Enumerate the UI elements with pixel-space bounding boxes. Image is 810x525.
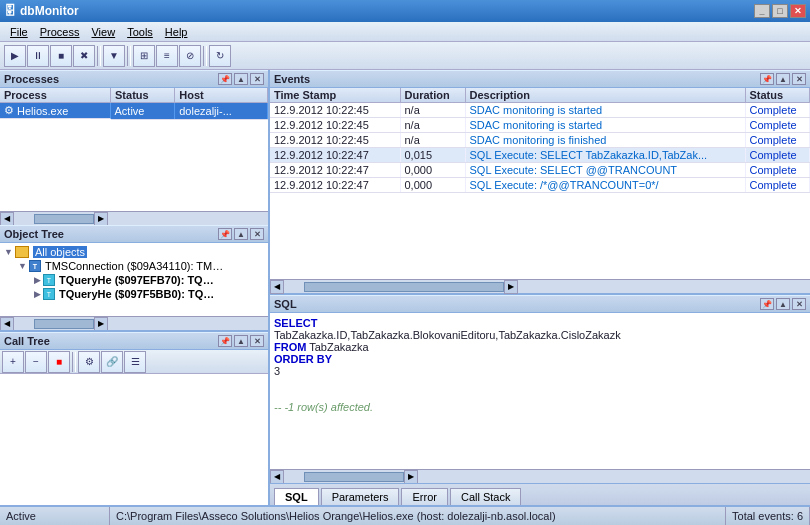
events-close-btn[interactable]: ✕ [792, 73, 806, 85]
title-bar-controls: _ □ ✕ [754, 4, 806, 18]
toolbar-sep2 [127, 46, 131, 66]
sql-tab-parameters[interactable]: Parameters [321, 488, 400, 505]
status-bar: Active C:\Program Files\Asseco Solutions… [0, 505, 810, 525]
call-tree-float-btn[interactable]: ▲ [234, 335, 248, 347]
toolbar-play-btn[interactable]: ▶ [4, 45, 26, 67]
ct-link-btn[interactable]: 🔗 [101, 351, 123, 373]
sql-line1: SELECT [274, 317, 806, 329]
call-tree-pin-btn[interactable]: 📌 [218, 335, 232, 347]
sql-line2: TabZakazka.ID,TabZakazka.BlokovaniEditor… [274, 329, 806, 341]
folder-icon [15, 246, 29, 258]
events-hscroll[interactable]: ◀ ▶ [270, 279, 810, 293]
event-status: Complete [745, 163, 810, 178]
processes-pin-btn[interactable]: 📌 [218, 73, 232, 85]
toolbar-cols-btn[interactable]: ≡ [156, 45, 178, 67]
toolbar-sep3 [203, 46, 207, 66]
object-tree-close-btn[interactable]: ✕ [250, 228, 264, 240]
processes-hscroll[interactable]: ◀ ▶ [0, 211, 268, 225]
toolbar-stop-btn[interactable]: ■ [50, 45, 72, 67]
menu-process[interactable]: Process [34, 25, 86, 39]
events-pin-btn[interactable]: 📌 [760, 73, 774, 85]
status-active: Active [0, 507, 110, 525]
left-panel: Processes 📌 ▲ ✕ Process Status Host [0, 70, 270, 505]
events-scroll-left[interactable]: ◀ [270, 280, 284, 294]
sql-line8: -- -1 row(s) affected. [274, 401, 806, 413]
tree-scroll-left[interactable]: ◀ [0, 317, 14, 331]
tree-item-all-objects[interactable]: ▼ All objects [2, 245, 266, 259]
events-scroll-right[interactable]: ▶ [504, 280, 518, 294]
scroll-right-arrow[interactable]: ▶ [94, 212, 108, 226]
toolbar-refresh-btn[interactable]: ↻ [209, 45, 231, 67]
event-row[interactable]: 12.9.2012 10:22:47 0,000 SQL Execute: SE… [270, 163, 810, 178]
object-tree-hscroll[interactable]: ◀ ▶ [0, 316, 268, 330]
minimize-button[interactable]: _ [754, 4, 770, 18]
menu-tools[interactable]: Tools [121, 25, 159, 39]
process-row[interactable]: ⚙ Helios.exe Active dolezalji-... [0, 103, 268, 120]
sql-header-controls: 📌 ▲ ✕ [760, 298, 806, 310]
toolbar-disconnect-btn[interactable]: ✖ [73, 45, 95, 67]
toolbar-filter-btn[interactable]: ▼ [103, 45, 125, 67]
object-tree-content: ▼ All objects ▼ T TMSConnection ($09A341… [0, 243, 268, 316]
object-tree-panel: Object Tree 📌 ▲ ✕ ▼ All objects ▼ T [0, 225, 268, 330]
sql-pin-btn[interactable]: 📌 [760, 298, 774, 310]
ct-add-btn[interactable]: + [2, 351, 24, 373]
tree-item-tquery2[interactable]: ▶ T TQueryHe ($097F5BB0): TQueryHe [2, 287, 266, 301]
toolbar-clear-btn[interactable]: ⊘ [179, 45, 201, 67]
event-row[interactable]: 12.9.2012 10:22:45 n/a SDAC monitoring i… [270, 133, 810, 148]
tree-item-tmsconnection[interactable]: ▼ T TMSConnection ($09A34110): TMSConnec… [2, 259, 266, 273]
sql-close-btn[interactable]: ✕ [792, 298, 806, 310]
call-tree-header: Call Tree 📌 ▲ ✕ [0, 332, 268, 350]
event-timestamp: 12.9.2012 10:22:47 [270, 163, 400, 178]
close-button[interactable]: ✕ [790, 4, 806, 18]
sql-scroll-left[interactable]: ◀ [270, 470, 284, 484]
toolbar-pause-btn[interactable]: ⏸ [27, 45, 49, 67]
menu-view[interactable]: View [85, 25, 121, 39]
scroll-left-arrow[interactable]: ◀ [0, 212, 14, 226]
sql-float-btn[interactable]: ▲ [776, 298, 790, 310]
call-tree-title: Call Tree [4, 335, 50, 347]
tree-expand-icon-q1: ▶ [34, 275, 41, 285]
event-row[interactable]: 12.9.2012 10:22:47 0,015 SQL Execute: SE… [270, 148, 810, 163]
sql-hscroll[interactable]: ◀ ▶ [270, 469, 810, 483]
events-scroll-thumb[interactable] [304, 282, 504, 292]
event-duration: n/a [400, 103, 465, 118]
event-timestamp: 12.9.2012 10:22:45 [270, 133, 400, 148]
ct-stop-btn[interactable]: ■ [48, 351, 70, 373]
sql-scroll-right[interactable]: ▶ [404, 470, 418, 484]
tree-scroll-thumb[interactable] [34, 319, 94, 329]
processes-float-btn[interactable]: ▲ [234, 73, 248, 85]
toolbar-grid-btn[interactable]: ⊞ [133, 45, 155, 67]
maximize-button[interactable]: □ [772, 4, 788, 18]
scroll-thumb[interactable] [34, 214, 94, 224]
event-description: SDAC monitoring is started [465, 118, 745, 133]
processes-close-btn[interactable]: ✕ [250, 73, 264, 85]
event-description: SQL Execute: SELECT @@TRANCOUNT [465, 163, 745, 178]
sql-tab-sql[interactable]: SQL [274, 488, 319, 505]
events-table: Time Stamp Duration Description Status 1… [270, 88, 810, 279]
events-float-btn[interactable]: ▲ [776, 73, 790, 85]
sql-tab-callstack[interactable]: Call Stack [450, 488, 522, 505]
event-row[interactable]: 12.9.2012 10:22:45 n/a SDAC monitoring i… [270, 118, 810, 133]
col-process: Process [0, 88, 111, 103]
sql-tab-error[interactable]: Error [401, 488, 447, 505]
tree-label-tmsconn: TMSConnection ($09A34110): TMSConnection [45, 260, 225, 272]
object-tree-pin-btn[interactable]: 📌 [218, 228, 232, 240]
call-tree-close-btn[interactable]: ✕ [250, 335, 264, 347]
menu-file[interactable]: File [4, 25, 34, 39]
object-tree-title: Object Tree [4, 228, 64, 240]
ct-remove-btn[interactable]: − [25, 351, 47, 373]
main-layout: Processes 📌 ▲ ✕ Process Status Host [0, 70, 810, 505]
tree-scroll-right[interactable]: ▶ [94, 317, 108, 331]
event-row[interactable]: 12.9.2012 10:22:47 0,000 SQL Execute: /*… [270, 178, 810, 193]
object-tree-float-btn[interactable]: ▲ [234, 228, 248, 240]
process-status: Active [111, 103, 175, 120]
sql-scroll-thumb[interactable] [304, 472, 404, 482]
query1-icon: T [43, 274, 55, 286]
event-row[interactable]: 12.9.2012 10:22:45 n/a SDAC monitoring i… [270, 103, 810, 118]
menu-help[interactable]: Help [159, 25, 194, 39]
sql-tabs-bar: SQL Parameters Error Call Stack [270, 483, 810, 505]
call-tree-toolbar: + − ■ ⚙ 🔗 ☰ [0, 350, 268, 374]
tree-item-tquery1[interactable]: ▶ T TQueryHe ($097EFB70): TQueryH [2, 273, 266, 287]
ct-list-btn[interactable]: ☰ [124, 351, 146, 373]
ct-settings-btn[interactable]: ⚙ [78, 351, 100, 373]
